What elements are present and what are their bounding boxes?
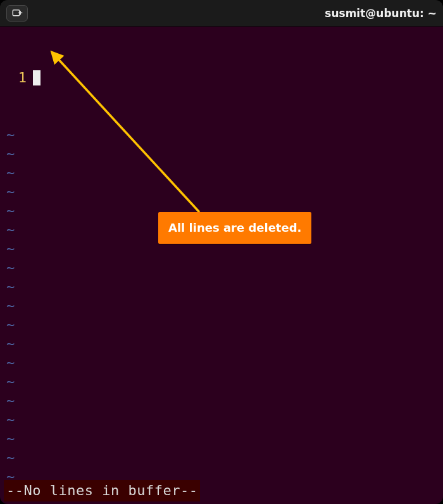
empty-line-tilde: ~ [6,277,437,296]
empty-line-tilde: ~ [6,258,437,277]
empty-line-tilde: ~ [6,429,437,448]
cursor-block [33,70,41,85]
editor-area[interactable]: 1 ~~~~~~~~~~~~~~~~~~~~~~ [6,30,437,481]
titlebar: susmit@ubuntu: ~ [0,0,443,27]
empty-line-tilde: ~ [6,448,437,467]
terminal-body[interactable]: 1 ~~~~~~~~~~~~~~~~~~~~~~ --No lines in b… [0,27,443,504]
empty-line-tilde: ~ [6,353,437,372]
terminal-window: susmit@ubuntu: ~ 1 ~~~~~~~~~~~~~~~~~~~~~… [0,0,443,504]
line-number: 1 [6,68,32,87]
empty-line-tilde: ~ [6,163,437,182]
empty-line-tilde: ~ [6,410,437,429]
new-tab-button[interactable] [6,5,28,22]
empty-line-tilde: ~ [6,125,437,144]
window-title: susmit@ubuntu: ~ [325,7,437,20]
empty-line-tilde: ~ [6,372,437,391]
empty-line-tilde: ~ [6,296,437,315]
empty-line-tilde: ~ [6,391,437,410]
empty-line-tilde: ~ [6,182,437,201]
annotation-callout: All lines are deleted. [158,212,311,244]
empty-line-tilde: ~ [6,315,437,334]
svg-rect-0 [13,9,20,15]
status-message: --No lines in buffer-- [4,480,200,501]
empty-line-tilde: ~ [6,144,437,163]
editor-line-1: 1 [6,68,437,87]
new-tab-icon [11,8,23,19]
empty-line-tilde: ~ [6,334,437,353]
